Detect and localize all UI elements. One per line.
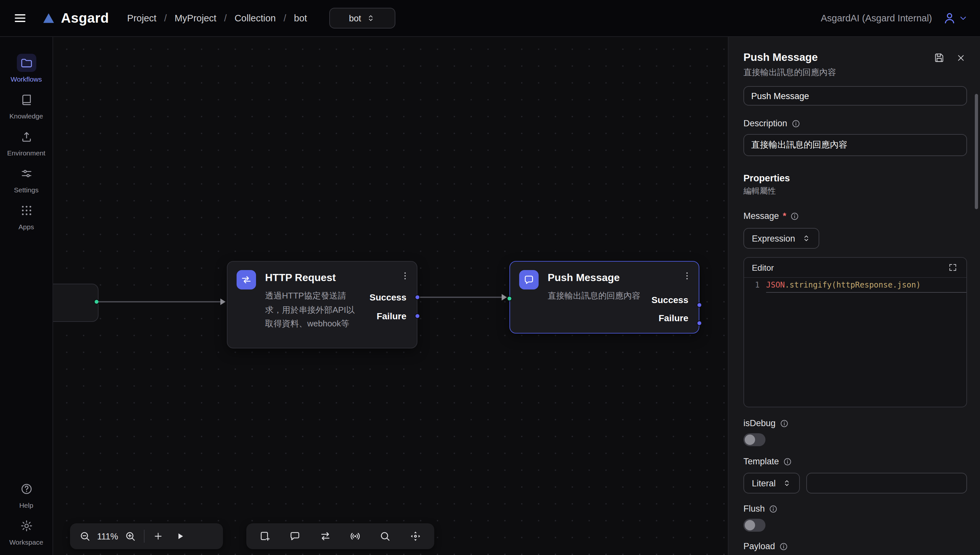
swap-connections-button[interactable] bbox=[314, 525, 336, 547]
breadcrumb-separator: / bbox=[283, 13, 286, 23]
info-icon bbox=[769, 504, 778, 513]
panel-header: Push Message bbox=[743, 51, 967, 64]
message-type-dropdown[interactable]: Expression bbox=[743, 228, 819, 249]
environment-upload-icon bbox=[16, 128, 36, 146]
add-node-button[interactable] bbox=[254, 525, 276, 547]
info-icon bbox=[779, 419, 789, 428]
select-chevrons-icon bbox=[802, 234, 811, 243]
properties-title: Properties bbox=[743, 173, 967, 183]
node-http-request[interactable]: HTTP Request 透過HTTP協定發送請求，用於串接外部API以取得資料… bbox=[227, 261, 417, 348]
editor-header: Editor bbox=[744, 258, 966, 278]
select-chevrons-icon bbox=[366, 14, 375, 22]
editor-line[interactable]: 1 JSON.stringify(httpResponse.json) bbox=[744, 278, 966, 293]
sidebar-item-knowledge[interactable]: Knowledge bbox=[2, 91, 50, 120]
node-description: 直接輸出訊息的回應內容 bbox=[548, 289, 644, 303]
swap-arrows-icon bbox=[320, 530, 331, 542]
template-type-dropdown[interactable]: Literal bbox=[743, 473, 800, 494]
zoom-toolbar: 111% bbox=[70, 523, 223, 549]
push-message-icon bbox=[519, 270, 539, 289]
hamburger-menu-button[interactable] bbox=[10, 8, 30, 28]
close-panel-button[interactable] bbox=[955, 51, 967, 64]
kebab-menu-icon bbox=[682, 271, 692, 281]
broadcast-button[interactable] bbox=[344, 525, 366, 547]
sidebar-item-label: Settings bbox=[14, 186, 39, 194]
code-token-rest: .stringify(httpResponse.json) bbox=[785, 281, 921, 289]
panel-scrollbar[interactable] bbox=[975, 94, 978, 209]
chevron-down-icon bbox=[958, 13, 968, 23]
settings-sliders-icon bbox=[16, 165, 36, 183]
toolbar-divider bbox=[144, 530, 145, 543]
breadcrumb-bot[interactable]: bot bbox=[294, 13, 307, 23]
canvas-action-toolbar bbox=[246, 523, 434, 549]
knowledge-icon bbox=[16, 91, 36, 109]
node-push-message[interactable]: Push Message 直接輸出訊息的回應內容 Success Failure bbox=[509, 261, 699, 334]
breadcrumb: Project / MyProject / Collection / bot bbox=[127, 13, 307, 23]
kebab-menu-icon bbox=[400, 271, 410, 281]
breadcrumb-collection[interactable]: Collection bbox=[235, 13, 276, 23]
broadcast-icon bbox=[349, 530, 361, 542]
node-description-input[interactable] bbox=[743, 134, 967, 156]
output-label-failure: Failure bbox=[377, 311, 406, 321]
node-menu-button[interactable] bbox=[399, 269, 412, 282]
node-name-input[interactable] bbox=[743, 86, 967, 106]
editor-expand-button[interactable] bbox=[947, 261, 959, 273]
sidebar-item-label: Workflows bbox=[11, 75, 42, 83]
sidebar-item-environment[interactable]: Environment bbox=[2, 128, 50, 157]
success-output-handle[interactable] bbox=[697, 302, 702, 308]
search-button[interactable] bbox=[374, 525, 396, 547]
run-button[interactable] bbox=[169, 525, 191, 547]
template-label: Template bbox=[743, 457, 779, 466]
comment-button[interactable] bbox=[284, 525, 306, 547]
info-icon bbox=[791, 119, 800, 128]
code-token-object: JSON bbox=[766, 281, 785, 289]
code-content[interactable]: JSON.stringify(httpResponse.json) bbox=[766, 278, 966, 293]
user-menu-button[interactable] bbox=[942, 11, 968, 25]
output-label-success: Success bbox=[652, 295, 688, 305]
flush-toggle[interactable] bbox=[743, 519, 766, 532]
sidebar-item-help[interactable]: Help bbox=[2, 480, 50, 509]
sidebar-item-label: Knowledge bbox=[10, 112, 43, 120]
workflow-canvas[interactable]: HTTP Request 透過HTTP協定發送請求，用於串接外部API以取得資料… bbox=[53, 37, 728, 555]
template-value-input[interactable] bbox=[806, 473, 967, 494]
isdebug-toggle[interactable] bbox=[743, 433, 766, 446]
save-icon bbox=[934, 53, 945, 63]
sidebar-item-apps[interactable]: Apps bbox=[2, 201, 50, 231]
message-label-row: Message * bbox=[743, 211, 967, 221]
success-output-handle[interactable] bbox=[415, 295, 420, 300]
sidebar-bottom: Help Workspace bbox=[2, 480, 50, 555]
breadcrumb-myproject[interactable]: MyProject bbox=[175, 13, 216, 23]
output-label-failure: Failure bbox=[658, 313, 688, 323]
message-label: Message bbox=[743, 211, 779, 221]
panel-subtitle: 直接輸出訊息的回應內容 bbox=[743, 67, 967, 79]
fit-view-button[interactable] bbox=[404, 525, 426, 547]
sidebar-item-workflows[interactable]: Workflows bbox=[2, 54, 50, 83]
payload-label: Payload bbox=[743, 541, 775, 551]
start-node-partial[interactable] bbox=[53, 284, 98, 322]
save-button[interactable] bbox=[933, 51, 946, 64]
app-name: Asgard bbox=[61, 10, 109, 26]
http-request-icon bbox=[237, 270, 256, 289]
select-chevrons-icon bbox=[782, 479, 792, 488]
description-label-row: Description bbox=[743, 119, 967, 128]
zoom-out-button[interactable] bbox=[74, 525, 96, 547]
zoom-in-button[interactable] bbox=[119, 525, 141, 547]
app-header: Asgard Project / MyProject / Collection … bbox=[0, 0, 980, 37]
template-label-row: Template bbox=[743, 457, 967, 466]
expand-icon bbox=[948, 263, 957, 272]
sidebar-item-settings[interactable]: Settings bbox=[2, 165, 50, 194]
sidebar-item-workspace[interactable]: Workspace bbox=[2, 517, 50, 546]
app-logo[interactable]: Asgard bbox=[42, 10, 109, 26]
flow-select-value: bot bbox=[349, 13, 361, 23]
fit-view-icon bbox=[410, 530, 421, 542]
app-root: Asgard Project / MyProject / Collection … bbox=[0, 0, 980, 555]
panel-title: Push Message bbox=[743, 51, 817, 63]
node-menu-button[interactable] bbox=[681, 269, 694, 282]
breadcrumb-project[interactable]: Project bbox=[127, 13, 156, 23]
account-label: AsgardAI (Asgard Internal) bbox=[821, 13, 932, 23]
properties-subtitle: 編輯屬性 bbox=[743, 186, 967, 197]
flow-select[interactable]: bot bbox=[329, 8, 395, 29]
failure-output-handle[interactable] bbox=[415, 313, 420, 319]
input-handle[interactable] bbox=[507, 296, 512, 301]
add-button[interactable] bbox=[147, 525, 169, 547]
failure-output-handle[interactable] bbox=[697, 321, 702, 326]
